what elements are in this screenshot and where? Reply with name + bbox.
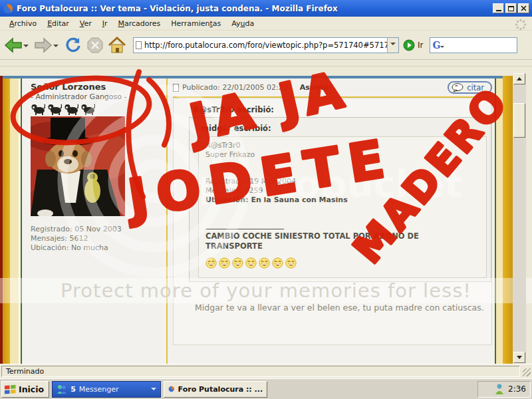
post-subject-label: Asunto: [300,83,332,92]
search-engine-caret[interactable] [440,46,444,50]
quote-button[interactable]: ” citar [448,81,492,94]
post-header: Publicado: 22/01/2005 02:23 Asunto: ” ci… [173,79,492,96]
quoted-username: R@sTr3r0 [205,141,486,150]
signature-divider [205,229,284,229]
page-left-pale-bar [10,76,19,364]
windows-taskbar: Inicio 5 Messenger Foro Putalocura :: ..… [0,378,532,399]
back-button[interactable] [4,37,30,53]
svg-text:”: ” [455,84,458,90]
watermark-band-text: Protect more of your memories for less! [61,279,471,302]
close-button[interactable] [518,3,529,13]
laughing-smiley-icon [272,257,283,269]
post-column: Publicado: 22/01/2005 02:23 Asunto: ” ci… [168,78,495,364]
rank-dog-icon [80,103,95,115]
browser-viewport: Señor Lorzones - Administrador Gangoso - [0,66,532,364]
url-bar [133,37,399,53]
laughing-smiley-icon [205,257,217,269]
windows-logo-icon [5,384,16,394]
laughing-smiley-icon [259,257,270,269]
go-button[interactable]: Ir [403,39,423,51]
rank-dog-icon [64,103,78,115]
firefox-task-button[interactable]: Foro Putalocura :: ... [164,381,267,398]
system-tray: 2:36 [477,381,531,398]
menu-bar: Archivo Editar Ver Ir Marcadores Herrami… [0,17,532,31]
quote-button-label: citar [467,83,484,92]
rank-dog-icon [47,103,62,115]
tray-clock: 2:36 [508,384,526,394]
stop-icon [86,37,104,54]
inner-quote-header: midgär escribió: [201,124,271,133]
back-arrow-icon [4,37,23,53]
throbber-icon [515,19,527,31]
tray-messenger-icon[interactable] [495,384,504,394]
poster-registered: Registrado: 05 Nov 2003 [31,225,162,234]
post-published: Publicado: 22/01/2005 02:23 [182,83,288,92]
scroll-up-button[interactable] [513,73,525,84]
start-button[interactable]: Inicio [1,381,49,398]
status-text: Terminado [1,366,520,377]
outer-quote-header: R@sTr3r0 escribió: [194,105,274,114]
messenger-task-button[interactable]: 5 Messenger [52,381,161,398]
post-icon [173,84,179,92]
menu-marcadores[interactable]: Marcadores [112,17,166,30]
status-bar: Terminado [0,364,532,378]
title-bar: Foro Putalocura :: Ver tema - Violación,… [0,0,532,17]
messenger-group-caret[interactable] [151,388,156,393]
home-icon [108,37,126,54]
vertical-scrollbar[interactable] [513,73,526,363]
bookmarks-toolbar [0,61,532,66]
url-dropdown-button[interactable] [387,38,398,53]
window-title: Foro Putalocura :: Ver tema - Violación,… [17,4,491,13]
back-dropdown-caret[interactable] [23,45,29,50]
menu-archivo[interactable]: Archivo [4,17,42,30]
resize-grip[interactable] [523,368,531,376]
forum-post-table: Señor Lorzones - Administrador Gangoso - [22,78,495,364]
messenger-icon [57,384,67,394]
firefox-task-label: Foro Putalocura :: ... [178,385,263,394]
forward-dropdown-caret[interactable] [53,45,59,50]
menu-herramientas[interactable]: Herramientas [166,17,226,30]
navigation-toolbar: Ir G [0,31,532,60]
poster-username[interactable]: Señor Lorzones [31,82,162,92]
poster-avatar [31,116,125,216]
minimize-button[interactable] [493,3,504,13]
quoted-rank: Super Frikazo [205,150,486,160]
reload-icon [64,37,82,54]
reload-button[interactable] [64,37,82,54]
home-button[interactable] [108,37,126,54]
poster-info-panel: Señor Lorzones - Administrador Gangoso - [22,78,166,364]
quote-bubble-icon: ” [452,83,465,92]
poster-messages: Mensajes: 5612 [31,234,162,243]
page-icon [136,41,142,49]
quoted-location: Ubicación: En la Sauna con Masins [205,196,486,205]
messenger-label: Messenger [79,385,119,394]
search-input[interactable] [445,41,517,49]
scrollbar-thumb[interactable] [513,103,525,138]
laughing-smiley-icon [232,257,243,269]
start-label: Inicio [19,384,44,394]
menu-ir[interactable]: Ir [97,17,113,30]
maximize-button[interactable] [505,3,517,13]
page-right-pale-bar [496,78,503,364]
poster-rank-title: - Administrador Gangoso - [31,92,162,101]
rank-dog-icon [31,103,45,115]
menu-editar[interactable]: Editar [42,17,74,30]
stop-button[interactable] [86,37,104,54]
forward-button[interactable] [34,37,60,53]
menu-ayuda[interactable]: Ayuda [226,17,259,30]
laughing-smiley-icon [245,257,257,269]
go-icon [403,39,415,51]
firefox-icon [3,3,13,14]
scroll-down-button[interactable] [513,352,525,363]
poster-rank-icons [31,103,162,115]
messenger-count: 5 [70,385,76,394]
laughing-smiley-icon [219,257,230,269]
smiley-row [205,257,486,269]
url-input[interactable] [144,41,387,50]
poster-location: Ubicación: No mucha [31,243,162,253]
forward-arrow-icon [34,37,53,53]
menu-ver[interactable]: Ver [74,17,97,30]
go-label: Ir [418,41,423,50]
quoted-messages: Mensajes: 3259 [205,186,486,196]
quoted-signature: CAMBIO COCHE SINIESTRO TOTAL POR ABONO D… [205,231,465,251]
